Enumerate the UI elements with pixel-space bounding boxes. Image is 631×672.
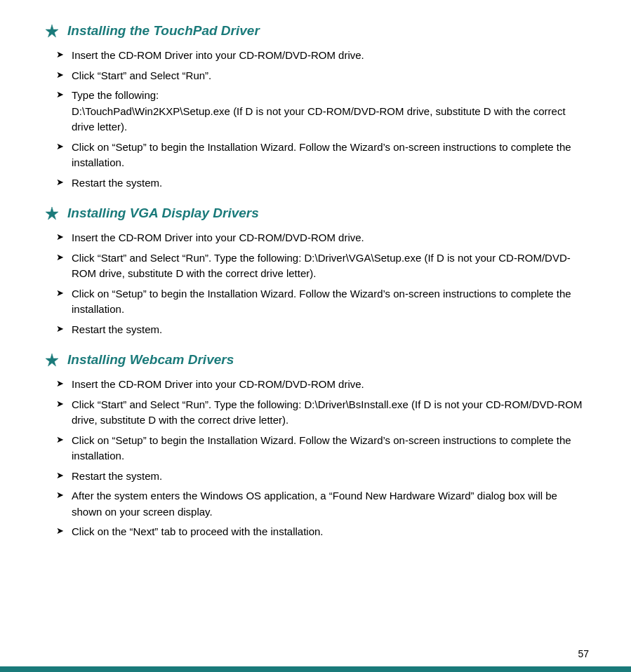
- list-item: Type the following: D:\TouchPad\Win2KXP\…: [56, 88, 589, 135]
- webcam-section-icon: [42, 350, 62, 370]
- vga-bullet-list: Insert the CD-ROM Driver into your CD-RO…: [42, 230, 589, 337]
- list-item: Insert the CD-ROM Driver into your CD-RO…: [56, 230, 589, 246]
- touchpad-bullet-list: Insert the CD-ROM Driver into your CD-RO…: [42, 48, 589, 191]
- touchpad-section-icon: [42, 21, 62, 41]
- list-item: Restart the system.: [56, 175, 589, 191]
- section-vga: Installing VGA Display Drivers Insert th…: [42, 203, 589, 337]
- page-number: 57: [578, 648, 589, 659]
- section-heading-webcam: Installing Webcam Drivers: [42, 350, 589, 370]
- section-webcam: Installing Webcam Drivers Insert the CD-…: [42, 350, 589, 540]
- section-title-vga: Installing VGA Display Drivers: [67, 206, 259, 221]
- list-item: Click on “Setup” to begin the Installati…: [56, 433, 589, 464]
- list-item: Click “Start” and Select “Run”. Type the…: [56, 250, 589, 282]
- section-touchpad: Installing the TouchPad Driver Insert th…: [42, 21, 589, 191]
- list-item: Click on the “Next” tab to proceed with …: [56, 524, 589, 540]
- section-heading-vga: Installing VGA Display Drivers: [42, 203, 589, 223]
- page-container: Installing the TouchPad Driver Insert th…: [0, 0, 631, 672]
- list-item: Click “Start” and Select “Run”. Type the…: [56, 397, 589, 429]
- section-title-webcam: Installing Webcam Drivers: [67, 352, 234, 368]
- list-item: Click on “Setup” to begin the Installati…: [56, 286, 589, 318]
- list-item: Click on “Setup” to begin the Installati…: [56, 140, 589, 171]
- vga-section-icon: [42, 203, 62, 223]
- section-title-touchpad: Installing the TouchPad Driver: [67, 23, 260, 39]
- list-item: Restart the system.: [56, 322, 589, 338]
- list-item: Insert the CD-ROM Driver into your CD-RO…: [56, 48, 589, 64]
- list-item: Insert the CD-ROM Driver into your CD-RO…: [56, 377, 589, 393]
- bottom-bar: [0, 666, 631, 672]
- svg-marker-2: [46, 354, 58, 366]
- webcam-bullet-list: Insert the CD-ROM Driver into your CD-RO…: [42, 377, 589, 540]
- list-item: Click “Start” and Select “Run”.: [56, 68, 589, 84]
- list-item: After the system enters the Windows OS a…: [56, 488, 589, 520]
- svg-marker-1: [46, 207, 58, 220]
- section-heading-touchpad: Installing the TouchPad Driver: [42, 21, 589, 41]
- list-item: Restart the system.: [56, 469, 589, 485]
- svg-marker-0: [46, 25, 58, 37]
